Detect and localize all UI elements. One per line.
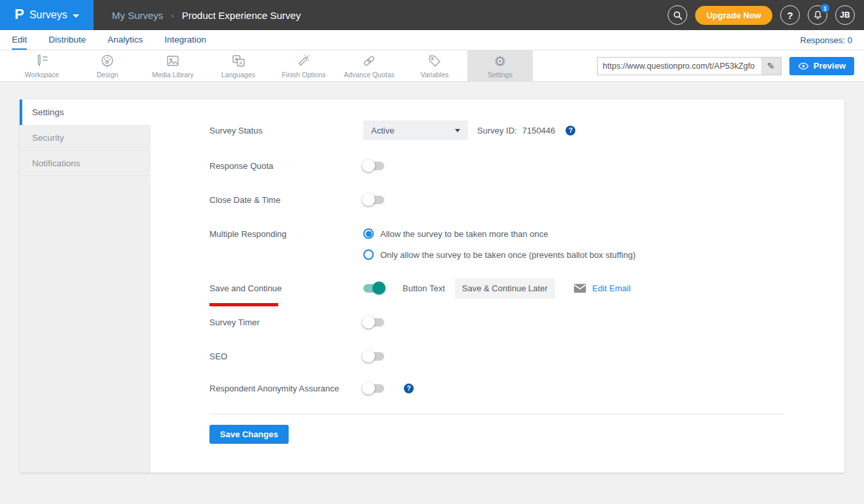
toolbar-item-workspace[interactable]: Workspace — [9, 50, 75, 81]
survey-timer-toggle[interactable] — [363, 318, 384, 327]
breadcrumb: My Surveys › Product Experience Survey — [112, 0, 300, 30]
radio-only-once-label: Only allow the survey to be taken once (… — [380, 250, 636, 260]
toolbar-item-label: Media Library — [152, 71, 194, 79]
chain-link-icon — [361, 53, 377, 69]
workspace-icon — [34, 53, 50, 69]
survey-status-row: Survey Status Active Survey ID: 7150446 … — [209, 120, 818, 140]
multiple-responding-row-2: Only allow the survey to be taken once (… — [209, 245, 818, 264]
sidebar-item-security[interactable]: Security — [20, 125, 151, 151]
upgrade-now-button[interactable]: Upgrade Now — [695, 6, 772, 25]
responses-count[interactable]: Responses: 0 — [801, 35, 853, 45]
question-mark-icon: ? — [787, 10, 793, 21]
save-changes-button[interactable]: Save Changes — [209, 425, 289, 444]
radio-only-once[interactable] — [363, 249, 374, 260]
seo-toggle[interactable] — [363, 352, 384, 361]
top-header: P Surveys My Surveys › Product Experienc… — [0, 0, 864, 30]
save-and-continue-row: Save and Continue Button Text Edit Email — [209, 278, 818, 298]
tag-icon — [427, 53, 442, 69]
red-highlight-underline — [209, 303, 278, 306]
image-icon — [165, 53, 181, 69]
toolbar-item-variables[interactable]: Variables — [402, 50, 467, 81]
close-date-toggle[interactable] — [363, 196, 384, 204]
radio-allow-multiple[interactable] — [363, 228, 374, 239]
toolbar-right: ✎ Preview — [597, 50, 864, 81]
breadcrumb-separator-icon: › — [171, 10, 173, 20]
toolbar-item-label: Design — [97, 71, 118, 79]
tab-distribute[interactable]: Distribute — [48, 30, 86, 50]
edit-email-link[interactable]: Edit Email — [592, 283, 631, 293]
multiple-responding-label: Multiple Responding — [209, 229, 363, 239]
preview-label: Preview — [814, 61, 846, 71]
survey-url-box: ✎ — [597, 57, 782, 75]
sidebar-item-notifications[interactable]: Notifications — [20, 151, 151, 176]
save-and-continue-toggle[interactable] — [363, 284, 384, 293]
button-text-input[interactable] — [455, 278, 555, 298]
magic-wand-icon — [296, 53, 312, 69]
eye-icon — [798, 62, 809, 70]
chevron-down-icon — [73, 14, 79, 18]
survey-status-label: Survey Status — [209, 126, 363, 135]
email-envelope-icon[interactable] — [573, 283, 586, 293]
survey-timer-label: Survey Timer — [209, 317, 363, 327]
survey-id-help-icon[interactable]: ? — [566, 126, 575, 135]
settings-sidebar: Settings Security Notifications — [20, 99, 151, 473]
survey-id-label: Survey ID: — [477, 126, 517, 135]
notifications-button[interactable]: 1 — [808, 5, 827, 25]
survey-status-value: Active — [371, 126, 394, 135]
sidebar-item-settings[interactable]: Settings — [20, 99, 151, 125]
anonymity-label: Respondent Anonymity Assurance — [209, 384, 363, 393]
survey-id-value: 7150446 — [522, 126, 556, 135]
header-actions: Upgrade Now ? 1 JB — [668, 0, 864, 30]
anonymity-help-icon[interactable]: ? — [404, 384, 414, 393]
user-avatar[interactable]: JB — [835, 5, 855, 25]
anonymity-row: Respondent Anonymity Assurance ? — [209, 378, 818, 398]
toolbar-item-advance-quotas[interactable]: Advance Quotas — [336, 50, 402, 81]
tab-analytics[interactable]: Analytics — [107, 30, 143, 50]
chevron-down-icon — [455, 129, 460, 132]
seo-row: SEO — [209, 346, 818, 366]
anonymity-toggle[interactable] — [363, 384, 384, 393]
radio-allow-multiple-label: Allow the survey to be taken more than o… — [380, 229, 549, 239]
toolbar-item-label: Workspace — [25, 71, 59, 79]
edit-url-pencil-icon[interactable]: ✎ — [761, 58, 781, 75]
settings-card: Settings Security Notifications Survey S… — [20, 99, 844, 473]
close-date-row: Close Date & Time — [209, 190, 818, 209]
translate-icon: ★ A — [230, 53, 246, 69]
search-icon — [673, 10, 683, 20]
app-name: Surveys — [29, 9, 67, 21]
palette-icon — [99, 53, 115, 69]
page-title: Product Experience Survey — [182, 10, 301, 21]
toolbar-item-label: Advance Quotas — [344, 71, 395, 79]
app-switcher[interactable]: P Surveys — [0, 0, 94, 30]
avatar-initials: JB — [840, 10, 850, 20]
response-quota-label: Response Quota — [209, 161, 363, 171]
tab-integration[interactable]: Integration — [164, 30, 206, 50]
notification-badge: 1 — [820, 3, 830, 13]
settings-form: Survey Status Active Survey ID: 7150446 … — [151, 99, 844, 473]
breadcrumb-parent[interactable]: My Surveys — [112, 10, 163, 21]
toolbar-item-settings[interactable]: ⚙ Settings — [467, 50, 533, 81]
help-button[interactable]: ? — [780, 5, 800, 25]
toolbar-item-media-library[interactable]: Media Library — [140, 50, 206, 81]
toolbar-item-languages[interactable]: ★ A Languages — [206, 50, 271, 81]
multiple-responding-row: Multiple Responding Allow the survey to … — [209, 224, 818, 243]
toolbar-item-label: Settings — [488, 71, 513, 79]
toolbar-item-label: Variables — [421, 71, 449, 79]
toolbar-item-label: Languages — [221, 71, 255, 79]
save-and-continue-label: Save and Continue — [209, 283, 363, 293]
toolbar-item-design[interactable]: Design — [75, 50, 140, 81]
tab-edit[interactable]: Edit — [12, 30, 27, 50]
response-quota-toggle[interactable] — [363, 162, 384, 170]
toolbar-item-finish-options[interactable]: Finish Options — [271, 50, 336, 81]
response-quota-row: Response Quota — [209, 156, 818, 175]
search-button[interactable] — [668, 5, 687, 25]
form-divider — [209, 414, 784, 414]
button-text-label: Button Text — [403, 283, 445, 293]
svg-text:A: A — [239, 60, 243, 66]
survey-nav-tabs: Edit Distribute Analytics Integration Re… — [0, 30, 864, 50]
seo-label: SEO — [209, 351, 363, 361]
survey-timer-row: Survey Timer — [209, 312, 818, 332]
survey-url-input[interactable] — [598, 58, 761, 75]
preview-button[interactable]: Preview — [789, 57, 854, 75]
survey-status-select[interactable]: Active — [363, 120, 468, 140]
